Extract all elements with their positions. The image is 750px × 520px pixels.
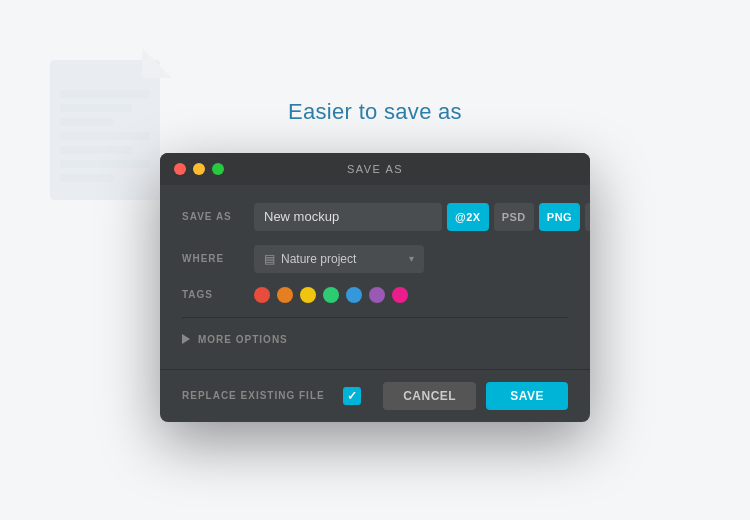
- tag-pink[interactable]: [392, 287, 408, 303]
- maximize-button[interactable]: [212, 163, 224, 175]
- chevron-down-icon: ▾: [409, 253, 414, 264]
- format-psd-button[interactable]: PSD: [494, 203, 534, 231]
- tag-orange[interactable]: [277, 287, 293, 303]
- tag-yellow[interactable]: [300, 287, 316, 303]
- tag-green[interactable]: [323, 287, 339, 303]
- saveas-row: SAVE AS @2X PSD PNG JPG ...: [182, 203, 568, 231]
- folder-icon: ▤: [264, 252, 275, 266]
- filename-input[interactable]: [254, 203, 442, 231]
- dialog-body: SAVE AS @2X PSD PNG JPG ... WHERE ▤ Natu…: [160, 185, 590, 369]
- save-button[interactable]: SAVE: [486, 382, 568, 410]
- format-png-button[interactable]: PNG: [539, 203, 580, 231]
- folder-select[interactable]: ▤ Nature project ▾: [254, 245, 424, 273]
- more-options-row[interactable]: MORE OPTIONS: [182, 328, 568, 351]
- dialog-titlebar: SAVE AS: [160, 153, 590, 185]
- expand-icon: [182, 334, 190, 344]
- divider: [182, 317, 568, 318]
- close-button[interactable]: [174, 163, 186, 175]
- page-title: Easier to save as: [288, 99, 462, 125]
- saveas-controls: @2X PSD PNG JPG ...: [254, 203, 590, 231]
- tags-container: [254, 287, 408, 303]
- cancel-button[interactable]: CANCEL: [383, 382, 476, 410]
- tag-red[interactable]: [254, 287, 270, 303]
- checkmark-icon: ✓: [347, 389, 357, 403]
- replace-label: REPLACE EXISTING FILE: [182, 390, 325, 401]
- format-2x-button[interactable]: @2X: [447, 203, 489, 231]
- replace-checkbox[interactable]: ✓: [343, 387, 361, 405]
- where-row: WHERE ▤ Nature project ▾: [182, 245, 568, 273]
- window-buttons: [174, 163, 224, 175]
- save-as-dialog: SAVE AS SAVE AS @2X PSD PNG JPG ... WHER…: [160, 153, 590, 422]
- tag-purple[interactable]: [369, 287, 385, 303]
- dialog-footer: REPLACE EXISTING FILE ✓ CANCEL SAVE: [160, 369, 590, 422]
- dialog-title: SAVE AS: [347, 163, 403, 175]
- format-jpg-button[interactable]: JPG: [585, 203, 590, 231]
- more-options-label: MORE OPTIONS: [198, 334, 288, 345]
- folder-name: Nature project: [281, 252, 356, 266]
- background-decoration: [50, 60, 160, 200]
- where-label: WHERE: [182, 253, 254, 264]
- saveas-label: SAVE AS: [182, 211, 254, 222]
- tags-row: TAGS: [182, 287, 568, 303]
- tags-label: TAGS: [182, 289, 254, 300]
- tag-blue[interactable]: [346, 287, 362, 303]
- minimize-button[interactable]: [193, 163, 205, 175]
